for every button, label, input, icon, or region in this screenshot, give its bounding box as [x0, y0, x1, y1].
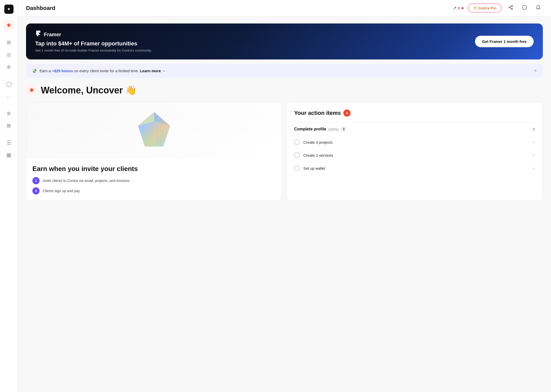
profile-header-left: Complete profile (33%) 3	[294, 126, 347, 132]
framer-cta-button[interactable]: Get Framer 1 month free	[475, 36, 534, 47]
analytics-icon: ↑↓	[7, 94, 11, 99]
sidebar-divider-4	[4, 134, 14, 134]
action-arrow-projects: →	[531, 140, 535, 144]
user-avatar: ✱	[26, 85, 37, 96]
bonus-banner: 💸 Earn a +$25 bonus on every client invi…	[26, 64, 543, 78]
bonus-banner-left: 💸 Earn a +$25 bonus on every client invi…	[32, 69, 166, 73]
bell-icon	[536, 5, 541, 11]
action-items-badge: 3	[343, 109, 350, 117]
action-item-wallet[interactable]: Set up wallet →	[294, 162, 535, 175]
action-items-title: Your action items	[294, 110, 341, 116]
step-2-text: Clients sign up and pay.	[43, 187, 80, 194]
bonus-amount: +$25 bonus	[52, 69, 73, 73]
card-body: Earn when you invite your clients 1 Invi…	[26, 158, 282, 201]
main-content: Dashboard ↗ 0 ✦ Contra Pro	[18, 0, 551, 392]
sidebar-item-starred[interactable]: ✱	[4, 20, 14, 31]
dashboard-grid: Earn when you invite your clients 1 Invi…	[26, 102, 543, 201]
action-circle-projects	[294, 139, 300, 145]
card-title: Earn when you invite your clients	[32, 165, 276, 173]
profile-title: Complete profile	[294, 127, 326, 131]
action-arrow-wallet: →	[531, 166, 535, 170]
sidebar-divider-3	[4, 105, 14, 105]
action-label-wallet: Set up wallet	[303, 166, 528, 170]
step-2-badge: 2	[32, 187, 40, 194]
welcome-heading: Welcome, Uncover 👋	[41, 85, 137, 96]
svg-line-3	[510, 8, 511, 8]
contra-pro-button[interactable]: ✦ Contra Pro	[468, 4, 502, 13]
profile-icon: ◯	[6, 81, 12, 87]
learn-more-link[interactable]: Learn more →	[140, 69, 166, 73]
action-label-projects: Create 3 projects	[303, 140, 528, 144]
status-dot	[461, 7, 464, 9]
chevron-up-icon: ∧	[532, 126, 535, 132]
action-circle-wallet	[294, 165, 300, 171]
complete-profile-section: Complete profile (33%) 3 ∧ Create 3 proj…	[294, 122, 535, 175]
svg-line-4	[510, 6, 511, 7]
avatar-icon: ✱	[29, 87, 34, 94]
page-title: Dashboard	[26, 5, 55, 11]
bonus-emoji: 💸	[32, 69, 37, 73]
notifications-button[interactable]	[534, 4, 543, 13]
action-label-services: Create 2 services	[303, 153, 528, 157]
step-1-row: 1 Invite clients to Contra via email, pr…	[32, 177, 276, 184]
starred-icon: ✱	[7, 22, 11, 28]
sidebar-item-dashboard[interactable]: ⊞	[4, 37, 14, 48]
documents-icon: ☰	[7, 140, 11, 146]
profile-count: 3	[341, 126, 347, 132]
action-arrow-services: →	[531, 153, 535, 157]
sidebar-divider-1	[4, 34, 14, 34]
bonus-text: Earn a +$25 bonus on every client invite…	[40, 69, 166, 73]
profile-percentage: (33%)	[328, 127, 339, 131]
sidebar-item-community[interactable]: ⊕	[4, 62, 14, 72]
welcome-row: ✱ Welcome, Uncover 👋	[26, 85, 543, 96]
header: Dashboard ↗ 0 ✦ Contra Pro	[18, 0, 551, 16]
sidebar-item-documents[interactable]: ☰	[4, 137, 14, 148]
close-button[interactable]: ×	[534, 68, 537, 74]
dashboard-icon: ⊞	[7, 39, 11, 45]
action-circle-services	[294, 152, 300, 158]
sidebar-item-explore[interactable]: ⊛	[4, 108, 14, 119]
logo-icon: ✦	[7, 6, 11, 12]
community-icon: ⊕	[7, 64, 11, 70]
share-button[interactable]	[506, 4, 515, 13]
explore-icon: ⊛	[7, 110, 11, 116]
framer-logo-row: Framer	[35, 31, 152, 38]
action-item-services[interactable]: Create 2 services →	[294, 149, 535, 162]
portfolio-icon: ⊠	[7, 122, 11, 129]
sidebar-item-messages[interactable]: ◎	[4, 49, 14, 60]
chat-icon	[522, 5, 527, 11]
framer-subtext: Get 1 month free of no-code builder Fram…	[35, 48, 152, 52]
framer-logo-icon	[35, 31, 41, 38]
step-1-text: Invite clients to Contra via email, proj…	[43, 177, 130, 183]
trending-icon: ↗	[453, 6, 456, 10]
stats-count: 0	[458, 6, 460, 10]
sidebar-item-profile[interactable]: ◯	[4, 79, 14, 89]
sidebar-item-calendar[interactable]: ▦	[4, 150, 14, 160]
app-logo[interactable]: ✦	[4, 5, 14, 14]
calendar-icon: ▦	[6, 152, 11, 158]
framer-banner-left: Framer Tap into $4M+ of Framer opportuni…	[35, 31, 152, 52]
framer-banner: Framer Tap into $4M+ of Framer opportuni…	[26, 23, 543, 59]
pro-star-icon: ✦	[473, 6, 477, 10]
sidebar-divider-2	[4, 75, 14, 76]
sidebar: ✦ ✱ ⊞ ◎ ⊕ ◯ ↑↓ ⊛ ⊠ ☰ ▦	[0, 0, 18, 392]
messages-icon: ◎	[7, 52, 11, 58]
chat-button[interactable]	[520, 4, 529, 13]
sidebar-item-analytics[interactable]: ↑↓	[4, 91, 14, 102]
page-content: Framer Tap into $4M+ of Framer opportuni…	[18, 16, 551, 392]
share-icon	[508, 5, 513, 11]
framer-logo-text: Framer	[44, 32, 61, 38]
pro-button-label: Contra Pro	[478, 6, 496, 10]
profile-header[interactable]: Complete profile (33%) 3 ∧	[294, 122, 535, 136]
header-stats: ↗ 0	[453, 6, 464, 10]
action-items-card: Your action items 3 Complete profile (33…	[287, 102, 543, 201]
step-1-badge: 1	[32, 177, 40, 184]
header-actions: ↗ 0 ✦ Contra Pro	[453, 4, 543, 13]
action-item-projects[interactable]: Create 3 projects →	[294, 136, 535, 149]
invite-card: Earn when you invite your clients 1 Invi…	[26, 102, 282, 201]
step-2-row: 2 Clients sign up and pay.	[32, 187, 276, 194]
card-image	[26, 102, 282, 158]
sidebar-item-portfolio[interactable]: ⊠	[4, 120, 14, 131]
framer-headline: Tap into $4M+ of Framer opportunities	[35, 40, 152, 47]
action-items-header: Your action items 3	[294, 109, 535, 117]
